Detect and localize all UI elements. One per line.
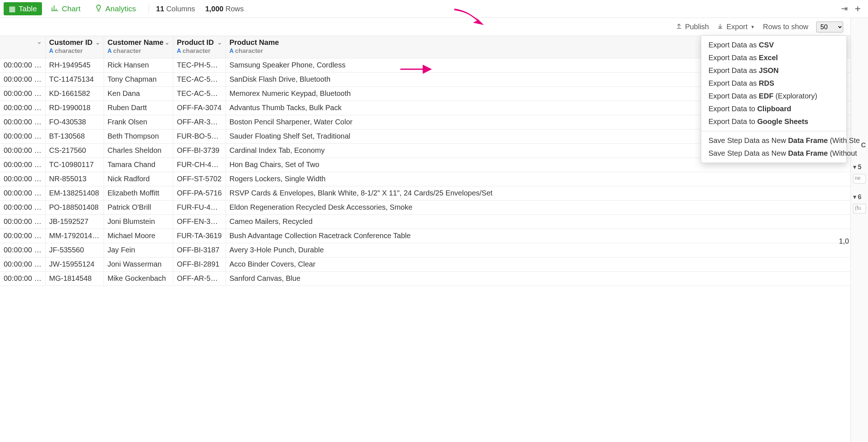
cell-name[interactable]: Frank Olsen bbox=[104, 115, 173, 129]
cell-prod[interactable]: Rogers Lockers, Single Width bbox=[226, 172, 868, 186]
export-edf[interactable]: Export Data as EDF (Exploratory) bbox=[701, 90, 846, 102]
sidebar-step-6-box[interactable]: (fu bbox=[853, 204, 866, 213]
save-dataframe-without-steps[interactable]: Save Step Data as New Data Frame (Withou… bbox=[701, 147, 846, 160]
cell-pid[interactable]: OFF-BI-3739 bbox=[173, 143, 226, 158]
column-header-timestamp[interactable]: ⌄ bbox=[0, 36, 45, 58]
cell-name[interactable]: Jay Fein bbox=[104, 243, 173, 257]
cell-ts[interactable]: 00:00:00 PDT bbox=[0, 143, 45, 158]
cell-ts[interactable]: 00:00:00 PDT bbox=[0, 214, 45, 229]
cell-pid[interactable]: FUR-CH-4629 bbox=[173, 158, 226, 172]
tab-chart[interactable]: Chart bbox=[46, 2, 85, 16]
cell-cid[interactable]: JW-15955124 bbox=[45, 257, 104, 271]
cell-cid[interactable]: FO-430538 bbox=[45, 115, 104, 129]
cell-cid[interactable]: JB-1592527 bbox=[45, 214, 104, 229]
cell-ts[interactable]: 00:00:00 PDT bbox=[0, 101, 45, 115]
cell-prod[interactable]: Sanford Canvas, Blue bbox=[226, 271, 868, 286]
cell-pid[interactable]: OFF-BI-2891 bbox=[173, 257, 226, 271]
export-csv[interactable]: Export Data as CSV bbox=[701, 39, 846, 51]
cell-ts[interactable]: 00:00:00 PDT bbox=[0, 271, 45, 286]
cell-pid[interactable]: FUR-TA-3619 bbox=[173, 229, 226, 243]
rows-to-show-select[interactable]: 50 bbox=[816, 22, 843, 32]
cell-cid[interactable]: TC-11475134 bbox=[45, 72, 104, 86]
export-button[interactable]: Export ▼ bbox=[717, 23, 755, 31]
cell-prod[interactable]: Avery 3-Hole Punch, Durable bbox=[226, 243, 868, 257]
column-header-customer-id[interactable]: Customer ID⌄ Acharacter bbox=[45, 36, 104, 58]
tab-analytics[interactable]: Analytics bbox=[89, 2, 141, 16]
sidebar-step-5-box[interactable]: ne bbox=[853, 174, 866, 183]
cell-prod[interactable]: RSVP Cards & Envelopes, Blank White, 8-1… bbox=[226, 186, 868, 200]
cell-ts[interactable]: 00:00:00 PDT bbox=[0, 200, 45, 214]
cell-prod[interactable]: Bush Advantage Collection Racetrack Conf… bbox=[226, 229, 868, 243]
cell-cid[interactable]: RD-1990018 bbox=[45, 101, 104, 115]
cell-pid[interactable]: OFF-AR-5902 bbox=[173, 271, 226, 286]
cell-cid[interactable]: MM-179201406 bbox=[45, 229, 104, 243]
cell-pid[interactable]: OFF-EN-3665 bbox=[173, 214, 226, 229]
cell-prod[interactable]: Cameo Mailers, Recycled bbox=[226, 214, 868, 229]
export-rds[interactable]: Export Data as RDS bbox=[701, 77, 846, 90]
cell-name[interactable]: Joni Blumstein bbox=[104, 214, 173, 229]
chevron-down-icon[interactable]: ⌄ bbox=[217, 39, 222, 46]
cell-ts[interactable]: 00:00:00 PDT bbox=[0, 129, 45, 143]
cell-cid[interactable]: BT-130568 bbox=[45, 129, 104, 143]
cell-ts[interactable]: 00:00:00 PDT bbox=[0, 86, 45, 101]
cell-cid[interactable]: PO-188501408 bbox=[45, 200, 104, 214]
cell-cid[interactable]: EM-138251408 bbox=[45, 186, 104, 200]
cell-pid[interactable]: FUR-FU-4092 bbox=[173, 200, 226, 214]
export-json[interactable]: Export Data as JSON bbox=[701, 64, 846, 77]
sidebar-step-6[interactable]: ▾6 bbox=[851, 191, 868, 202]
table-row[interactable]: 00:00:00 PDTJB-1592527Joni BlumsteinOFF-… bbox=[0, 214, 868, 229]
add-icon[interactable]: + bbox=[855, 3, 861, 15]
cell-ts[interactable]: 00:00:00 PST bbox=[0, 58, 45, 72]
column-header-customer-name[interactable]: Customer Name⌄ Acharacter bbox=[104, 36, 173, 58]
cell-pid[interactable]: FUR-BO-5962 bbox=[173, 129, 226, 143]
chevron-down-icon[interactable]: ⌄ bbox=[37, 38, 42, 45]
export-clipboard[interactable]: Export Data to Clipboard bbox=[701, 102, 846, 115]
cell-cid[interactable]: JF-535560 bbox=[45, 243, 104, 257]
cell-cid[interactable]: NR-855013 bbox=[45, 172, 104, 186]
table-row[interactable]: 00:00:00 PDTPO-188501408Patrick O'BrillF… bbox=[0, 200, 868, 214]
cell-name[interactable]: Charles Sheldon bbox=[104, 143, 173, 158]
cell-name[interactable]: Patrick O'Brill bbox=[104, 200, 173, 214]
export-excel[interactable]: Export Data as Excel bbox=[701, 51, 846, 64]
cell-ts[interactable]: 00:00:00 PST bbox=[0, 158, 45, 172]
column-header-product-id[interactable]: Product ID⌄ Acharacter bbox=[173, 36, 226, 58]
cell-ts[interactable]: 00:00:00 PDT bbox=[0, 257, 45, 271]
table-row[interactable]: 00:00:00 PDTJW-15955124Joni WassermanOFF… bbox=[0, 257, 868, 271]
cell-name[interactable]: Ken Dana bbox=[104, 86, 173, 101]
table-row[interactable]: 00:00:00 PDTJF-535560Jay FeinOFF-BI-3187… bbox=[0, 243, 868, 257]
table-row[interactable]: 00:00:00 PDTMG-1814548Mike GockenbachOFF… bbox=[0, 271, 868, 286]
cell-pid[interactable]: TEC-AC-5220 bbox=[173, 86, 226, 101]
cell-name[interactable]: Michael Moore bbox=[104, 229, 173, 243]
cell-cid[interactable]: RH-1949545 bbox=[45, 58, 104, 72]
cell-name[interactable]: Tamara Chand bbox=[104, 158, 173, 172]
cell-name[interactable]: Mike Gockenbach bbox=[104, 271, 173, 286]
cell-pid[interactable]: OFF-BI-3187 bbox=[173, 243, 226, 257]
cell-pid[interactable]: OFF-FA-3074 bbox=[173, 101, 226, 115]
cell-cid[interactable]: TC-10980117 bbox=[45, 158, 104, 172]
cell-pid[interactable]: OFF-PA-5716 bbox=[173, 186, 226, 200]
save-dataframe-with-steps[interactable]: Save Step Data as New Data Frame (With S… bbox=[701, 134, 846, 147]
cell-ts[interactable]: 00:00:00 PST bbox=[0, 229, 45, 243]
cell-pid[interactable]: TEC-AC-5860 bbox=[173, 72, 226, 86]
cell-cid[interactable]: KD-1661582 bbox=[45, 86, 104, 101]
cell-cid[interactable]: MG-1814548 bbox=[45, 271, 104, 286]
cell-pid[interactable]: OFF-AR-3545 bbox=[173, 115, 226, 129]
cell-ts[interactable]: 00:00:00 PDT bbox=[0, 72, 45, 86]
cell-name[interactable]: Elizabeth Moffitt bbox=[104, 186, 173, 200]
tab-table[interactable]: ▦ Table bbox=[4, 2, 42, 15]
cell-name[interactable]: Joni Wasserman bbox=[104, 257, 173, 271]
export-google-sheets[interactable]: Export Data to Google Sheets bbox=[701, 115, 846, 128]
cell-ts[interactable]: 00:00:00 PDT bbox=[0, 243, 45, 257]
sidebar-step-5[interactable]: ▾5 bbox=[851, 162, 868, 172]
chevron-down-icon[interactable]: ⌄ bbox=[95, 39, 100, 46]
cell-cid[interactable]: CS-217560 bbox=[45, 143, 104, 158]
cell-name[interactable]: Rick Hansen bbox=[104, 58, 173, 72]
cell-pid[interactable]: TEC-PH-5843 bbox=[173, 58, 226, 72]
cell-ts[interactable]: 00:00:00 PST bbox=[0, 186, 45, 200]
chevron-down-icon[interactable]: ⌄ bbox=[165, 39, 169, 46]
cell-name[interactable]: Ruben Dartt bbox=[104, 101, 173, 115]
table-row[interactable]: 00:00:00 PDTNR-855013Nick RadfordOFF-ST-… bbox=[0, 172, 868, 186]
cell-name[interactable]: Tony Chapman bbox=[104, 72, 173, 86]
cell-name[interactable]: Nick Radford bbox=[104, 172, 173, 186]
cell-ts[interactable]: 00:00:00 PDT bbox=[0, 172, 45, 186]
